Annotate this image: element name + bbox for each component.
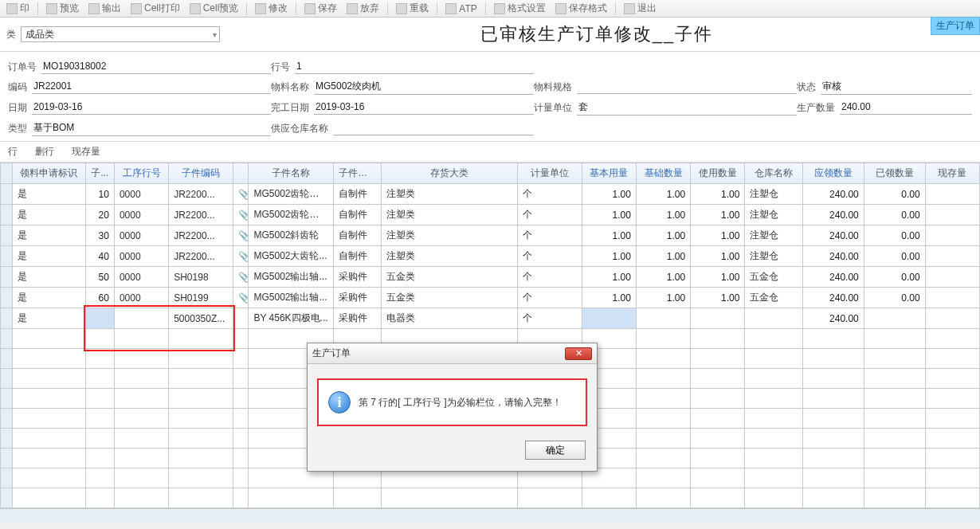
cell-print-button[interactable]: Cell打印 [127,1,183,16]
cell[interactable] [114,369,168,389]
cell[interactable] [925,488,979,508]
cell[interactable] [114,488,168,508]
cell[interactable]: 是 [12,246,85,267]
spec-field[interactable] [577,80,797,94]
table-row[interactable]: 是500000SH0198📎MG5002输出轴...采购件五金类个1.001.0… [1,267,980,288]
col-header[interactable]: 已领数量 [864,163,925,184]
cell[interactable] [233,468,249,488]
cell[interactable]: 1.00 [582,205,636,225]
table-row[interactable] [1,488,980,508]
cell[interactable]: 0000 [114,205,168,225]
cell-preview-button[interactable]: Cell预览 [186,1,242,16]
cell[interactable] [691,389,745,409]
line-no-field[interactable]: 1 [295,60,534,74]
cell[interactable]: SH0198 [169,267,233,288]
cell[interactable]: 个 [517,184,582,205]
cell[interactable] [864,369,925,389]
order-no-field[interactable]: MO190318002 [41,60,271,74]
cell[interactable] [691,308,745,329]
cell[interactable]: 0.00 [864,225,925,246]
cell[interactable] [12,329,85,349]
cell[interactable] [691,329,745,349]
cell[interactable]: 注塑类 [381,225,517,246]
cell[interactable]: MG5002输出轴... [249,288,334,308]
cell[interactable]: 个 [517,267,582,288]
cell[interactable]: MG5002齿轮箱盖 [249,205,334,225]
cell[interactable] [85,449,114,468]
cell[interactable]: 1.00 [691,184,745,205]
cell[interactable] [864,488,925,508]
cell[interactable]: 注塑仓 [745,184,803,205]
material-name-field[interactable]: MG5002绞肉机 [314,79,534,95]
cell[interactable]: 1.00 [582,225,636,246]
cell[interactable]: JR2200... [169,205,233,225]
subtb-2[interactable]: 现存量 [72,145,100,159]
cell[interactable] [745,349,803,369]
cell[interactable] [114,449,168,468]
cell[interactable]: 个 [517,288,582,308]
cell[interactable] [802,349,864,369]
cell[interactable]: 0000 [114,246,168,267]
subtb-0[interactable]: 行 [8,145,18,159]
cell[interactable]: 0.00 [864,184,925,205]
cell[interactable]: 个 [517,225,582,246]
cell[interactable]: 1.00 [582,184,636,205]
cell[interactable]: 1.00 [582,288,636,308]
cell[interactable]: 1.00 [691,246,745,267]
col-header[interactable]: 基础数量 [636,163,690,184]
col-header[interactable]: 存货大类 [381,163,517,184]
cell[interactable] [169,449,233,468]
cell[interactable] [233,329,249,349]
cell[interactable] [636,329,690,349]
cell[interactable]: MG5002大齿轮... [249,246,334,267]
cell[interactable] [925,409,979,429]
cell[interactable]: 📎 [233,288,249,308]
cell[interactable]: 20 [85,205,114,225]
cell[interactable] [636,308,690,329]
cell[interactable]: 五金类 [381,288,517,308]
cell[interactable]: 自制件 [334,205,382,225]
col-header[interactable]: 基本用量 [582,163,636,184]
cell[interactable]: 240.00 [802,184,864,205]
cell[interactable] [691,468,745,488]
cell[interactable] [12,409,85,429]
cell[interactable]: 是 [12,225,85,246]
cell[interactable] [249,488,334,508]
output-button[interactable]: 输出 [85,1,124,16]
cell[interactable] [85,329,114,349]
col-header[interactable]: 现存量 [925,163,979,184]
cell[interactable]: 是 [12,308,85,329]
cell[interactable]: 0000 [114,267,168,288]
cell[interactable] [925,449,979,468]
cell[interactable] [864,349,925,369]
cell[interactable] [381,488,517,508]
subtb-1[interactable]: 删行 [35,145,54,159]
cell[interactable]: 0000 [114,225,168,246]
cell[interactable] [582,488,636,508]
cell[interactable] [85,488,114,508]
atp-button[interactable]: ATP [442,2,480,15]
cell[interactable] [114,389,168,409]
cell[interactable] [114,409,168,429]
cell[interactable]: 1.00 [691,225,745,246]
cell[interactable] [12,429,85,449]
cell[interactable] [925,369,979,389]
table-row[interactable]: 是5000350Z...BY 456K四极电...采购件电器类个240.00 [1,308,980,329]
cell[interactable]: 1.00 [691,288,745,308]
cell[interactable] [745,468,803,488]
cell[interactable]: 注塑仓 [745,225,803,246]
cell[interactable] [85,308,114,329]
cell[interactable] [114,349,168,369]
cell[interactable]: 240.00 [802,205,864,225]
cell[interactable] [85,409,114,429]
cell[interactable] [802,449,864,468]
cell[interactable] [802,369,864,389]
cell[interactable]: 是 [12,267,85,288]
cell[interactable]: 是 [12,288,85,308]
cell[interactable] [925,246,979,267]
cell[interactable] [745,429,803,449]
cell[interactable] [636,369,690,389]
table-row[interactable]: 是200000JR2200...📎MG5002齿轮箱盖自制件注塑类个1.001.… [1,205,980,225]
cell[interactable]: JR2200... [169,184,233,205]
cell[interactable]: 0.00 [864,288,925,308]
